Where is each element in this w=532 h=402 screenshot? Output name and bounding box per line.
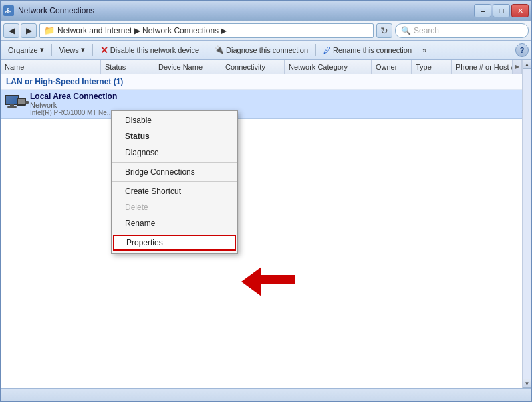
disable-label: Disable this network device	[110, 46, 199, 54]
title-bar: 🖧 Network Connections – □ ✕	[1, 1, 531, 21]
nic-icon	[5, 95, 26, 114]
connection-type: Network	[30, 101, 517, 109]
col-network-category[interactable]: Network Category	[285, 60, 372, 74]
views-chevron: ▾	[81, 45, 85, 54]
forward-button[interactable]: ▶	[21, 23, 37, 38]
views-button[interactable]: Views ▾	[55, 43, 90, 58]
scroll-up-button[interactable]: ▲	[523, 60, 532, 69]
col-name[interactable]: Name	[1, 60, 101, 74]
organize-label: Organize	[8, 46, 38, 54]
diagnose-icon: 🔌	[215, 45, 224, 54]
connection-name: Local Area Connection	[30, 92, 517, 101]
address-bar: ◀ ▶ 📁 Network and Internet ▶ Network Con…	[1, 21, 531, 41]
disable-icon: ✕	[100, 45, 108, 56]
file-list: Name Status Device Name Connectivity Net…	[1, 60, 522, 388]
diagnose-button[interactable]: 🔌 Diagnose this connection	[210, 43, 313, 58]
red-arrow	[241, 267, 295, 296]
context-menu-separator-rename	[112, 233, 237, 233]
toolbar-separator-2	[92, 44, 93, 56]
context-menu-item-disable[interactable]: Disable	[112, 112, 237, 128]
search-box[interactable]: 🔍 Search	[395, 23, 529, 38]
col-type[interactable]: Type	[412, 60, 452, 74]
group-header: LAN or High-Speed Internet (1)	[1, 74, 522, 90]
toolbar-separator-3	[207, 44, 207, 56]
window-controls: – □ ✕	[474, 4, 529, 17]
window-icon: 🖧	[3, 5, 14, 16]
rename-button[interactable]: 🖊 Rename this connection	[319, 43, 416, 58]
main-content: Name Status Device Name Connectivity Net…	[1, 60, 531, 388]
rename-label: Rename this connection	[333, 46, 412, 54]
col-device-name[interactable]: Device Name	[154, 60, 221, 74]
organize-chevron: ▾	[40, 45, 44, 54]
context-menu-separator-diagnose	[112, 162, 237, 163]
refresh-button[interactable]: ↻	[376, 23, 392, 38]
context-menu-item-properties[interactable]: Properties	[113, 235, 236, 251]
help-button[interactable]: ?	[515, 43, 529, 57]
address-text: Network and Internet ▶ Network Connectio…	[57, 26, 227, 35]
organize-button[interactable]: Organize ▾	[3, 43, 49, 58]
col-phone-host[interactable]: Phone # or Host Addre...	[452, 60, 513, 74]
status-bar	[1, 388, 531, 401]
arrow-body	[261, 275, 295, 284]
maximize-button[interactable]: □	[493, 4, 510, 17]
more-button[interactable]: »	[418, 43, 431, 58]
scroll-down-button[interactable]: ▼	[523, 379, 532, 388]
arrow-head	[241, 267, 261, 296]
window-title: Network Connections	[18, 6, 94, 15]
folder-icon: 📁	[44, 25, 55, 35]
column-headers: Name Status Device Name Connectivity Net…	[1, 60, 522, 74]
context-menu-item-delete: Delete	[112, 199, 237, 215]
minimize-button[interactable]: –	[474, 4, 491, 17]
toolbar-separator-4	[315, 44, 316, 56]
main-window: 🖧 Network Connections – □ ✕ ◀ ▶ 📁 Networ…	[0, 0, 532, 402]
connection-info: Local Area Connection Network Intel(R) P…	[27, 92, 519, 116]
col-status[interactable]: Status	[101, 60, 154, 74]
connection-icon	[3, 92, 27, 116]
disable-button[interactable]: ✕ Disable this network device	[96, 43, 204, 58]
scrollbar[interactable]: ▲ ▼	[522, 60, 531, 388]
connection-item[interactable]: Local Area Connection Network Intel(R) P…	[1, 90, 522, 119]
search-placeholder: Search	[414, 26, 439, 35]
views-label: Views	[59, 46, 79, 54]
rename-icon: 🖊	[323, 46, 331, 54]
context-menu: DisableStatusDiagnoseBridge ConnectionsC…	[111, 110, 238, 254]
scroll-right-btn[interactable]: ▶	[513, 60, 522, 74]
col-connectivity[interactable]: Connectivity	[221, 60, 285, 74]
toolbar-separator-1	[51, 44, 52, 56]
context-menu-separator-bridge	[112, 181, 237, 182]
address-path[interactable]: 📁 Network and Internet ▶ Network Connect…	[39, 23, 374, 38]
context-menu-item-status[interactable]: Status	[112, 128, 237, 144]
diagnose-label: Diagnose this connection	[226, 46, 308, 54]
context-menu-item-diagnose[interactable]: Diagnose	[112, 144, 237, 161]
search-icon: 🔍	[401, 26, 411, 35]
col-owner[interactable]: Owner	[372, 60, 412, 74]
back-button[interactable]: ◀	[3, 23, 19, 38]
toolbar: Organize ▾ Views ▾ ✕ Disable this networ…	[1, 41, 531, 60]
scroll-track[interactable]	[523, 69, 532, 379]
connection-detail: Intel(R) PRO/1000 MT Ne...	[30, 109, 517, 116]
context-menu-item-shortcut[interactable]: Create Shortcut	[112, 183, 237, 199]
close-button[interactable]: ✕	[511, 4, 529, 17]
context-menu-item-rename[interactable]: Rename	[112, 215, 237, 231]
context-menu-item-bridge[interactable]: Bridge Connections	[112, 164, 237, 180]
